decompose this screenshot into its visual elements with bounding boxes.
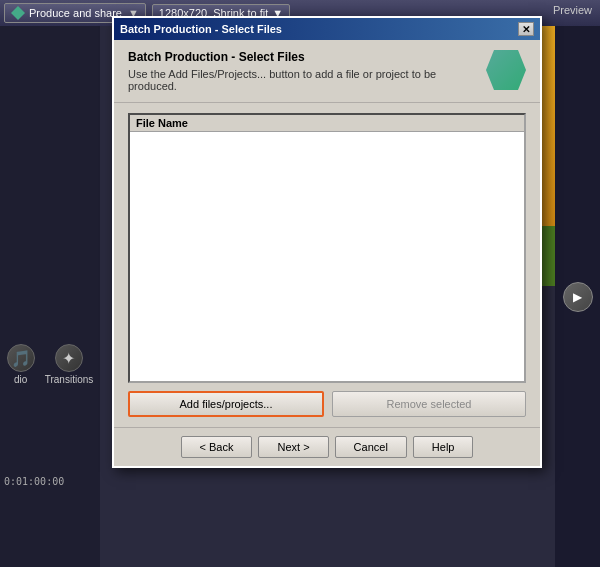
modal-close-button[interactable]: ✕ <box>518 22 534 36</box>
modal-titlebar: Batch Production - Select Files ✕ <box>114 18 540 40</box>
audio-label: dio <box>14 374 27 385</box>
right-panel: ▶ <box>555 26 600 567</box>
modal-header: Batch Production - Select Files Use the … <box>114 40 540 103</box>
add-files-button[interactable]: Add files/projects... <box>128 391 324 417</box>
file-list-body <box>130 132 524 140</box>
audio-icon: 🎵 <box>7 344 35 372</box>
modal-body: File Name Add files/projects... Remove s… <box>114 103 540 427</box>
back-button[interactable]: < Back <box>181 436 253 458</box>
modal-title: Batch Production - Select Files <box>120 23 282 35</box>
help-button[interactable]: Help <box>413 436 474 458</box>
audio-icon-item[interactable]: 🎵 dio <box>7 344 35 385</box>
time-display: 0:01:00:00 <box>4 476 64 487</box>
batch-icon <box>486 50 526 90</box>
modal-header-desc: Use the Add Files/Projects... button to … <box>128 68 448 92</box>
remove-selected-button[interactable]: Remove selected <box>332 391 526 417</box>
file-list-container: File Name <box>128 113 526 383</box>
play-button[interactable]: ▶ <box>563 282 593 312</box>
transitions-icon: ✦ <box>55 344 83 372</box>
action-buttons: Add files/projects... Remove selected <box>128 391 526 417</box>
produce-icon <box>11 6 25 20</box>
file-name-column-header: File Name <box>136 117 188 129</box>
cancel-button[interactable]: Cancel <box>335 436 407 458</box>
next-button[interactable]: Next > <box>258 436 328 458</box>
modal-header-title: Batch Production - Select Files <box>128 50 448 64</box>
side-icon-group: 🎵 dio ✦ Transitions <box>7 344 94 385</box>
transitions-icon-item[interactable]: ✦ Transitions <box>45 344 94 385</box>
transitions-label: Transitions <box>45 374 94 385</box>
batch-production-modal: Batch Production - Select Files ✕ Batch … <box>112 16 542 468</box>
preview-label: Preview <box>553 4 592 16</box>
modal-footer: < Back Next > Cancel Help <box>114 427 540 466</box>
modal-header-text: Batch Production - Select Files Use the … <box>128 50 448 92</box>
produce-share-label: Produce and share <box>29 7 122 19</box>
file-list-header: File Name <box>130 115 524 132</box>
